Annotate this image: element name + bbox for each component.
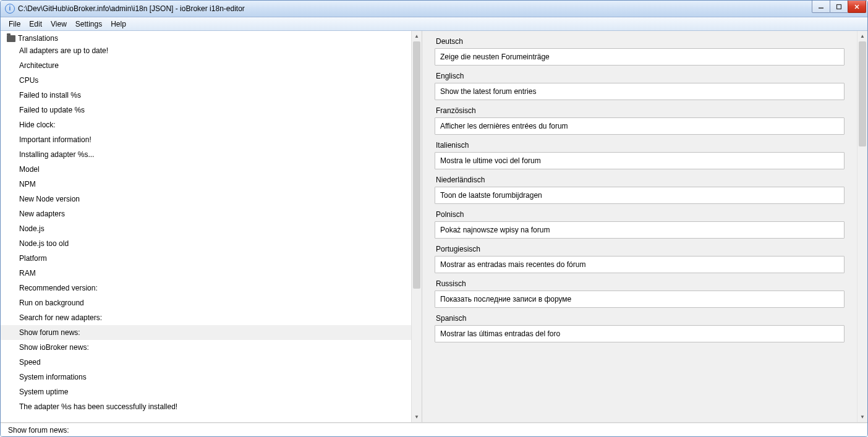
menubar: File Edit View Settings Help: [1, 17, 867, 31]
tree-item[interactable]: Failed to install %s: [1, 88, 411, 103]
tree-root[interactable]: Translations: [1, 31, 411, 43]
tree-pane: Translations All adapters are up to date…: [1, 31, 422, 422]
translation-input[interactable]: [435, 48, 845, 66]
menu-settings[interactable]: Settings: [71, 19, 106, 30]
field-group: Polnisch: [435, 210, 845, 239]
tree-item[interactable]: Failed to update %s: [1, 103, 411, 117]
translation-input[interactable]: [435, 221, 845, 239]
tree-item[interactable]: Show ioBroker news:: [1, 340, 411, 355]
scroll-thumb[interactable]: [413, 41, 420, 289]
content-area: Translations All adapters are up to date…: [1, 31, 867, 423]
tree-item[interactable]: Show forum news:: [1, 325, 411, 340]
field-group: Italienisch: [435, 141, 845, 169]
maximize-button[interactable]: [830, 1, 848, 13]
editor-pane: DeutschEnglischFranzösischItalienischNie…: [422, 31, 867, 422]
close-button[interactable]: [848, 1, 866, 13]
right-scrollbar[interactable]: ▲ ▼: [857, 31, 867, 422]
field-label: Französisch: [435, 106, 845, 115]
window-title: C:\Dev\GitHub\ioBroker.info\admin\i18n […: [18, 4, 245, 13]
tree-item[interactable]: New Node version: [1, 192, 411, 206]
field-group: Portugiesisch: [435, 245, 845, 273]
field-group: Deutsch: [435, 37, 845, 66]
translation-input[interactable]: [435, 83, 845, 100]
field-label: Portugiesisch: [435, 245, 845, 253]
scroll-up-icon[interactable]: ▲: [412, 31, 422, 41]
tree-item[interactable]: Recommended version:: [1, 281, 411, 295]
field-label: Spanisch: [435, 314, 845, 323]
svg-rect-1: [837, 4, 841, 9]
translation-input[interactable]: [435, 325, 845, 342]
tree-item[interactable]: RAM: [1, 266, 411, 281]
field-label: Polnisch: [435, 210, 845, 219]
tree-item[interactable]: Platform: [1, 251, 411, 266]
tree-item[interactable]: Hide clock:: [1, 117, 411, 132]
tree-item[interactable]: Node.js: [1, 221, 411, 236]
translation-input[interactable]: [435, 187, 845, 204]
tree-item[interactable]: System informations: [1, 370, 411, 384]
translation-input[interactable]: [435, 256, 845, 273]
translation-tree: Translations All adapters are up to date…: [1, 31, 411, 422]
tree-item[interactable]: Run on background: [1, 295, 411, 310]
tree-item[interactable]: NPM: [1, 177, 411, 192]
window-controls: [812, 1, 866, 13]
minimize-button[interactable]: [812, 1, 830, 13]
status-text: Show forum news:: [8, 426, 69, 435]
field-label: Deutsch: [435, 37, 845, 46]
tree-item[interactable]: New adapters: [1, 206, 411, 221]
field-group: Englisch: [435, 72, 845, 100]
menu-edit[interactable]: Edit: [25, 19, 46, 30]
scroll-up-icon[interactable]: ▲: [857, 31, 867, 41]
field-label: Russisch: [435, 279, 845, 288]
tree-item[interactable]: Node.js too old: [1, 236, 411, 251]
folder-icon: [7, 35, 15, 42]
statusbar: Show forum news:: [1, 423, 867, 436]
tree-item[interactable]: All adapters are up to date!: [1, 43, 411, 58]
tree-item[interactable]: System uptime: [1, 384, 411, 399]
field-group: Russisch: [435, 279, 845, 308]
menu-view[interactable]: View: [46, 19, 71, 30]
translation-input[interactable]: [435, 117, 845, 135]
app-icon: i: [5, 4, 15, 14]
scroll-thumb[interactable]: [859, 41, 866, 146]
field-label: Niederländisch: [435, 176, 845, 184]
menu-file[interactable]: File: [4, 19, 25, 30]
menu-help[interactable]: Help: [106, 19, 130, 30]
tree-item[interactable]: Important information!: [1, 132, 411, 147]
titlebar: i C:\Dev\GitHub\ioBroker.info\admin\i18n…: [1, 1, 867, 17]
left-scrollbar[interactable]: ▲ ▼: [411, 31, 422, 422]
tree-item[interactable]: Model: [1, 162, 411, 177]
field-group: Französisch: [435, 106, 845, 135]
tree-item[interactable]: Speed: [1, 355, 411, 370]
field-group: Niederländisch: [435, 176, 845, 204]
scroll-down-icon[interactable]: ▼: [412, 412, 422, 422]
field-label: Italienisch: [435, 141, 845, 150]
tree-item[interactable]: Architecture: [1, 58, 411, 73]
field-group: Spanisch: [435, 314, 845, 342]
editor-form: DeutschEnglischFranzösischItalienischNie…: [422, 31, 857, 422]
scroll-down-icon[interactable]: ▼: [857, 412, 867, 422]
translation-input[interactable]: [435, 291, 845, 308]
tree-item[interactable]: CPUs: [1, 73, 411, 88]
tree-item[interactable]: Installing adapter %s...: [1, 147, 411, 162]
translation-input[interactable]: [435, 152, 845, 169]
tree-item[interactable]: Search for new adapters:: [1, 310, 411, 325]
field-label: Englisch: [435, 72, 845, 80]
tree-item[interactable]: The adapter %s has been successfully ins…: [1, 399, 411, 414]
tree-root-label: Translations: [18, 34, 58, 43]
